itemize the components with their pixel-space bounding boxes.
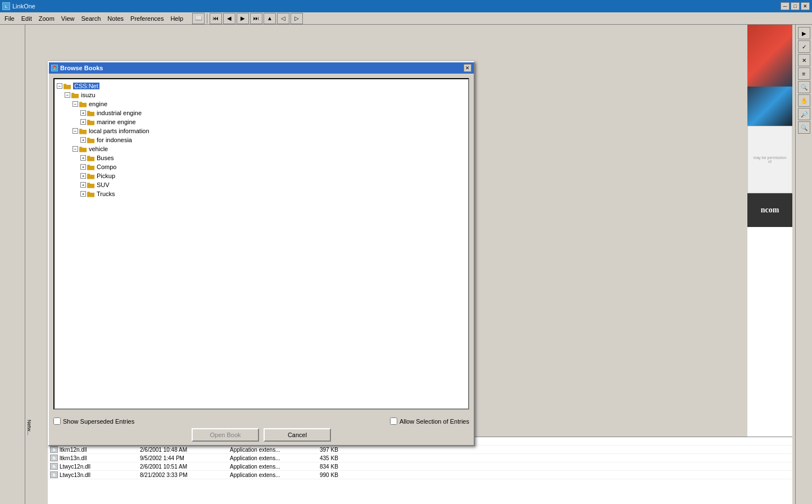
tree-expander-cssnet[interactable]: − bbox=[57, 83, 62, 89]
dialog-title: Browse Books bbox=[60, 65, 103, 71]
tree-expander-local-parts[interactable]: − bbox=[72, 128, 78, 134]
tree-label-local-parts: local parts information bbox=[89, 128, 149, 134]
tree-label-isuzu: isuzu bbox=[81, 92, 96, 98]
open-book-button[interactable]: Open Book bbox=[192, 428, 259, 442]
nav-last[interactable]: ⏭ bbox=[250, 13, 262, 24]
folder-icon-compo bbox=[87, 164, 95, 170]
tree-label-buses: Buses bbox=[97, 155, 114, 161]
svg-rect-25 bbox=[87, 192, 90, 193]
file-size: 834 KB bbox=[320, 464, 365, 470]
file-date: 2/6/2001 10:48 AM bbox=[140, 447, 230, 453]
menu-notes[interactable]: Notes bbox=[104, 14, 127, 23]
rtoolbar-play[interactable]: ▶ bbox=[798, 27, 810, 39]
tree-label-marine-engine: marine engine bbox=[97, 119, 136, 125]
folder-icon-cssnet bbox=[63, 83, 71, 89]
tree-expander-industrial-engine[interactable]: + bbox=[80, 110, 86, 116]
rtoolbar-hand[interactable]: ✋ bbox=[798, 94, 810, 107]
rtoolbar-check[interactable]: ✓ bbox=[798, 40, 810, 53]
tree-expander-compo[interactable]: + bbox=[80, 164, 86, 170]
tree-node-marine-engine[interactable]: + marine engine bbox=[57, 117, 466, 126]
maximize-button[interactable]: □ bbox=[791, 2, 800, 10]
tree-label-for-indonesia: for indonesia bbox=[97, 137, 132, 143]
tree-expander-suv[interactable]: + bbox=[80, 182, 86, 188]
tree-node-vehicle[interactable]: − vehicle bbox=[57, 144, 466, 153]
tree-node-cssnet[interactable]: − CSS:Net bbox=[57, 81, 466, 90]
folder-icon-isuzu bbox=[71, 92, 79, 98]
tree-node-local-parts[interactable]: − local parts information bbox=[57, 126, 466, 135]
svg-rect-6 bbox=[87, 111, 94, 116]
folder-icon-suv bbox=[87, 182, 95, 188]
bottom-file-list: 📄 ltfil13n.DLL 8/21/2002 3:26 PM Applica… bbox=[48, 437, 792, 504]
tree-expander-isuzu[interactable]: − bbox=[65, 92, 70, 98]
menu-zoom[interactable]: Zoom bbox=[35, 14, 58, 23]
svg-rect-3 bbox=[71, 93, 74, 94]
title-bar-buttons: ─ □ ✕ bbox=[781, 2, 810, 10]
nav-forward[interactable]: ▷ bbox=[291, 13, 303, 24]
minimize-button[interactable]: ─ bbox=[781, 2, 790, 10]
svg-rect-14 bbox=[79, 147, 87, 152]
tree-node-industrial-engine[interactable]: + industrial engine bbox=[57, 108, 466, 117]
tree-expander-trucks[interactable]: + bbox=[80, 191, 86, 197]
tree-label-cssnet: CSS:Net bbox=[73, 83, 99, 89]
menu-preferences[interactable]: Preferences bbox=[127, 14, 167, 23]
dialog-close-button[interactable]: ✕ bbox=[464, 64, 471, 72]
dialog-title-left: 📚 Browse Books bbox=[51, 65, 103, 71]
menu-bar: File Edit Zoom View Search Notes Prefere… bbox=[0, 12, 812, 25]
nav-back[interactable]: ◁ bbox=[277, 13, 289, 24]
tree-expander-for-indonesia[interactable]: + bbox=[80, 137, 86, 143]
folder-icon-pickup bbox=[87, 173, 95, 179]
tree-node-trucks[interactable]: + Trucks bbox=[57, 189, 466, 198]
tree-node-pickup[interactable]: + Pickup bbox=[57, 171, 466, 180]
tree-expander-vehicle[interactable]: − bbox=[72, 146, 78, 152]
tree-node-for-indonesia[interactable]: + for indonesia bbox=[57, 135, 466, 144]
tree-expander-marine-engine[interactable]: + bbox=[80, 119, 86, 125]
nav-up[interactable]: ▲ bbox=[264, 13, 276, 24]
file-type: Application extens... bbox=[230, 472, 320, 478]
tree-view[interactable]: − CSS:Net − bbox=[53, 78, 469, 410]
tree-expander-buses[interactable]: + bbox=[80, 155, 86, 161]
nav-next[interactable]: ▶ bbox=[237, 13, 249, 24]
tree-label-compo: Compo bbox=[97, 164, 116, 170]
toolbar-separator bbox=[207, 13, 207, 24]
menu-search[interactable]: Search bbox=[78, 14, 104, 23]
rtoolbar-zoom[interactable]: 🔎 bbox=[798, 108, 810, 120]
nav-first[interactable]: ⏮ bbox=[210, 13, 222, 24]
toolbar-icon[interactable]: 📖 bbox=[192, 13, 205, 24]
title-bar-left: L LinkOne bbox=[2, 2, 35, 10]
tree-node-compo[interactable]: + Compo bbox=[57, 162, 466, 171]
svg-rect-9 bbox=[87, 120, 90, 121]
tree-node-engine[interactable]: − engine bbox=[57, 99, 466, 108]
left-panel bbox=[0, 25, 25, 504]
svg-rect-23 bbox=[87, 183, 90, 184]
menu-edit[interactable]: Edit bbox=[18, 14, 35, 23]
app-window: L LinkOne ─ □ ✕ File Edit Zoom View Sear… bbox=[0, 0, 812, 504]
file-row: 📄 Ltwyc12n.dll 2/6/2001 10:51 AM Applica… bbox=[48, 462, 792, 471]
file-row: 📄 ltkrn13n.dll 9/5/2002 1:44 PM Applicat… bbox=[48, 454, 792, 462]
svg-rect-2 bbox=[71, 93, 79, 98]
tree-label-industrial-engine: industrial engine bbox=[97, 110, 142, 116]
dll-icon: 📄 bbox=[50, 455, 58, 461]
allow-selection-label[interactable]: Allow Selection of Entries bbox=[390, 417, 469, 425]
rtoolbar-search2[interactable]: 🔍 bbox=[798, 121, 810, 134]
file-size: 990 KB bbox=[320, 472, 365, 478]
main-content: may be permission of ncom ▶ ✓ ✕ ≡ 🔍 ✋ 🔎 … bbox=[25, 25, 812, 504]
tree-node-suv[interactable]: + SUV bbox=[57, 180, 466, 189]
show-superseded-checkbox[interactable] bbox=[53, 417, 61, 425]
close-button[interactable]: ✕ bbox=[801, 2, 810, 10]
folder-icon-industrial-engine bbox=[87, 110, 95, 116]
tree-expander-pickup[interactable]: + bbox=[80, 173, 86, 179]
nav-prev[interactable]: ◀ bbox=[223, 13, 235, 24]
img-brand: ncom bbox=[747, 193, 792, 227]
rtoolbar-x[interactable]: ✕ bbox=[798, 54, 810, 66]
rtoolbar-list[interactable]: ≡ bbox=[798, 67, 810, 80]
tree-expander-engine[interactable]: − bbox=[72, 101, 78, 107]
allow-selection-checkbox[interactable] bbox=[390, 417, 397, 425]
tree-node-buses[interactable]: + Buses bbox=[57, 153, 466, 162]
menu-file[interactable]: File bbox=[1, 14, 18, 23]
cancel-button[interactable]: Cancel bbox=[264, 428, 331, 442]
menu-help[interactable]: Help bbox=[167, 14, 187, 23]
show-superseded-label[interactable]: Show Superseded Entries bbox=[53, 417, 134, 425]
rtoolbar-search1[interactable]: 🔍 bbox=[798, 81, 810, 93]
menu-view[interactable]: View bbox=[58, 14, 78, 23]
tree-node-isuzu[interactable]: − isuzu bbox=[57, 90, 466, 99]
